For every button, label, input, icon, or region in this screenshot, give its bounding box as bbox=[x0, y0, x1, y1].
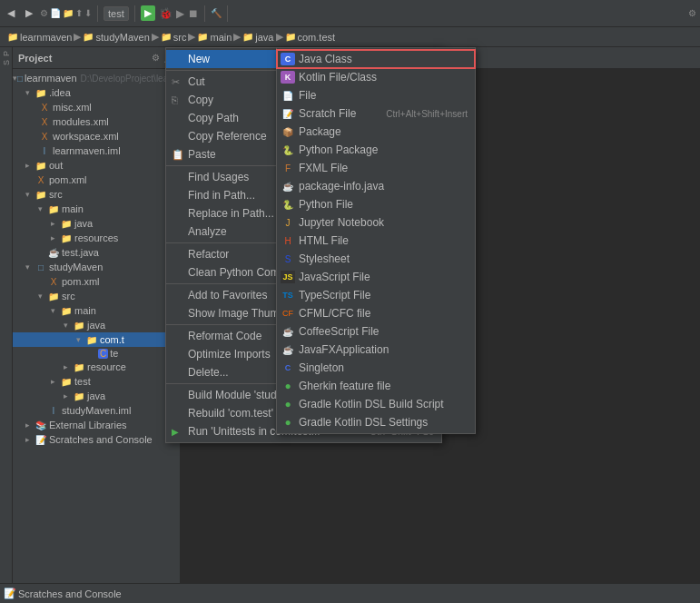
tree-scratches[interactable]: ▸ 📝 Scratches and Console bbox=[13, 432, 180, 447]
menu-new-label: New bbox=[188, 53, 210, 65]
submenu-package[interactable]: 📦 Package bbox=[277, 123, 475, 141]
run-button[interactable]: ▶ bbox=[141, 5, 155, 21]
submenu-python-package[interactable]: 🐍 Python Package bbox=[277, 141, 475, 159]
tree-main2[interactable]: ▾ 📁 main bbox=[13, 303, 180, 318]
breadcrumb-java[interactable]: 📁 java bbox=[242, 32, 273, 43]
tree-main[interactable]: ▾ 📁 main bbox=[13, 202, 180, 216]
java-class-icon: C bbox=[281, 53, 295, 65]
toolbar-forward[interactable]: ▶ bbox=[22, 5, 36, 21]
run-config-select[interactable]: test bbox=[104, 6, 129, 21]
fxml-icon: F bbox=[281, 162, 295, 174]
submenu-html[interactable]: H HTML File bbox=[277, 232, 475, 250]
submenu-fxml-label: FXML File bbox=[299, 162, 348, 174]
tree-root[interactable]: ▾ □ learnmaven D:\DevelopProject\learnma… bbox=[13, 71, 180, 85]
debug-button[interactable]: 🐞 bbox=[159, 7, 173, 20]
tree-java[interactable]: ▸ 📁 java bbox=[13, 216, 180, 231]
tree-java3[interactable]: ▸ 📁 java bbox=[13, 389, 180, 403]
submenu-java-class[interactable]: C Java Class bbox=[277, 50, 475, 68]
scratches-console-button[interactable]: 📝 Scratches and Console bbox=[4, 588, 122, 599]
workspace-icon: X bbox=[38, 130, 51, 143]
java2-icon: 📁 bbox=[73, 319, 85, 331]
package-icon: 📦 bbox=[281, 125, 295, 138]
tree-comt[interactable]: ▾ 📁 com.t bbox=[13, 332, 180, 347]
tree-te[interactable]: ▸ C te bbox=[13, 347, 180, 360]
tree-src[interactable]: ▾ 📁 src bbox=[13, 187, 180, 202]
java-icon: 📁 bbox=[60, 217, 73, 230]
submenu-cfml[interactable]: CF CFML/CFC file bbox=[277, 304, 475, 322]
java3-icon: 📁 bbox=[73, 390, 85, 402]
submenu-ts[interactable]: TS TypeScript File bbox=[277, 286, 475, 304]
iml2-icon: I bbox=[47, 404, 60, 417]
submenu-js-label: JavaScript File bbox=[299, 271, 370, 283]
sidebar-icon-2[interactable]: S bbox=[2, 60, 11, 65]
gherkin-icon: ● bbox=[281, 380, 295, 392]
tree-java2[interactable]: ▾ 📁 java bbox=[13, 318, 180, 332]
coffee-icon: ☕ bbox=[281, 325, 295, 338]
project-tree: ▾ □ learnmaven D:\DevelopProject\learnma… bbox=[13, 69, 180, 583]
submenu-coffee[interactable]: ☕ CoffeeScript File bbox=[277, 322, 475, 341]
extlibs-icon: 📚 bbox=[35, 419, 47, 431]
submenu-js[interactable]: JS JavaScript File bbox=[277, 268, 475, 286]
menu-analyze-label: Analyze bbox=[188, 225, 227, 238]
submenu-pkg-info[interactable]: ☕ package-info.java bbox=[277, 177, 475, 195]
javafx-icon: ☕ bbox=[281, 343, 295, 356]
breadcrumb-src[interactable]: 📁 src bbox=[161, 32, 187, 43]
submenu-file[interactable]: 📄 File bbox=[277, 86, 475, 104]
submenu-stylesheet[interactable]: S Stylesheet bbox=[277, 250, 475, 268]
submenu-pkg-info-label: package-info.java bbox=[299, 180, 384, 193]
project-settings-icon[interactable]: ⚙ bbox=[152, 53, 160, 63]
breadcrumb-studymaven[interactable]: 📁 studyMaven bbox=[83, 32, 149, 43]
submenu-javafx[interactable]: ☕ JavaFXApplication bbox=[277, 341, 475, 359]
submenu-gradle-settings[interactable]: ● Gradle Kotlin DSL Settings bbox=[277, 413, 475, 431]
paste-icon: 📋 bbox=[172, 149, 184, 161]
kotlin-icon: K bbox=[281, 71, 295, 84]
tree-workspace[interactable]: X workspace.xml bbox=[13, 129, 180, 143]
tree-studymaven[interactable]: ▾ □ studyMaven bbox=[13, 260, 180, 274]
breadcrumb-comtest[interactable]: 📁 com.test bbox=[285, 32, 336, 43]
toolbar-back[interactable]: ◀ bbox=[4, 5, 18, 21]
toolbar-div4 bbox=[227, 5, 228, 22]
tree-misc[interactable]: X misc.xml bbox=[13, 100, 180, 114]
stop-button[interactable]: ⏹ bbox=[188, 7, 199, 20]
build-button[interactable]: 🔨 bbox=[211, 8, 222, 18]
left-sidebar-icons: P S bbox=[0, 47, 13, 583]
submenu-gradle-build[interactable]: ● Gradle Kotlin DSL Build Script bbox=[277, 395, 475, 413]
menu-delete-label: Delete... bbox=[188, 366, 229, 379]
tree-pom[interactable]: ▸ X pom.xml bbox=[13, 173, 180, 187]
breadcrumb-main[interactable]: 📁 main bbox=[197, 32, 232, 43]
modules-icon: X bbox=[38, 115, 51, 128]
submenu-gradle-build-label: Gradle Kotlin DSL Build Script bbox=[299, 398, 444, 410]
breadcrumb: 📁 learnmaven ▶ 📁 studyMaven ▶ 📁 src ▶ 📁 … bbox=[0, 27, 700, 47]
tree-resources[interactable]: ▸ 📁 resources bbox=[13, 231, 180, 245]
tree-extlibs[interactable]: ▸ 📚 External Libraries bbox=[13, 418, 180, 432]
tree-iml2[interactable]: ▸ I studyMaven.iml bbox=[13, 403, 180, 418]
tree-modules[interactable]: X modules.xml bbox=[13, 114, 180, 129]
tree-idea[interactable]: ▾ 📁 .idea bbox=[13, 85, 180, 100]
tree-out[interactable]: ▸ 📁 out bbox=[13, 158, 180, 173]
submenu-ts-label: TypeScript File bbox=[299, 289, 370, 302]
submenu-gherkin[interactable]: ● Gherkin feature file bbox=[277, 377, 475, 395]
submenu-fxml[interactable]: F FXML File bbox=[277, 159, 475, 177]
pom2-icon: X bbox=[47, 275, 60, 288]
file-icon: 📄 bbox=[281, 89, 295, 102]
submenu-jupyter[interactable]: J Jupyter Notebook bbox=[277, 213, 475, 232]
submenu-kotlin[interactable]: K Kotlin File/Class bbox=[277, 68, 475, 86]
menu-find-path-label: Find in Path... bbox=[188, 189, 255, 202]
tree-resources2[interactable]: ▸ 📁 resource bbox=[13, 360, 180, 374]
submenu-python-file[interactable]: 🐍 Python File bbox=[277, 195, 475, 213]
tree-test2[interactable]: ▸ 📁 test bbox=[13, 374, 180, 389]
js-icon: JS bbox=[281, 271, 295, 283]
submenu-scratch[interactable]: 📝 Scratch File Ctrl+Alt+Shift+Insert bbox=[277, 104, 475, 123]
breadcrumb-learnmaven[interactable]: 📁 learnmaven bbox=[7, 32, 72, 43]
tree-src2[interactable]: ▾ 📁 src bbox=[13, 289, 180, 303]
submenu-jupyter-label: Jupyter Notebook bbox=[299, 216, 384, 229]
tree-iml[interactable]: I learnmaven.iml bbox=[13, 143, 180, 158]
tree-testjava[interactable]: ▸ ☕ test.java bbox=[13, 245, 180, 260]
coverage-button[interactable]: ▶ bbox=[176, 7, 184, 20]
sidebar-icon-1[interactable]: P bbox=[2, 51, 11, 56]
submenu-singleton[interactable]: C Singleton bbox=[277, 359, 475, 377]
singleton-icon: C bbox=[281, 361, 295, 374]
settings-icon[interactable]: ⚙ bbox=[688, 8, 696, 18]
ts-icon: TS bbox=[281, 289, 295, 302]
tree-pom2[interactable]: ▸ X pom.xml bbox=[13, 274, 180, 289]
